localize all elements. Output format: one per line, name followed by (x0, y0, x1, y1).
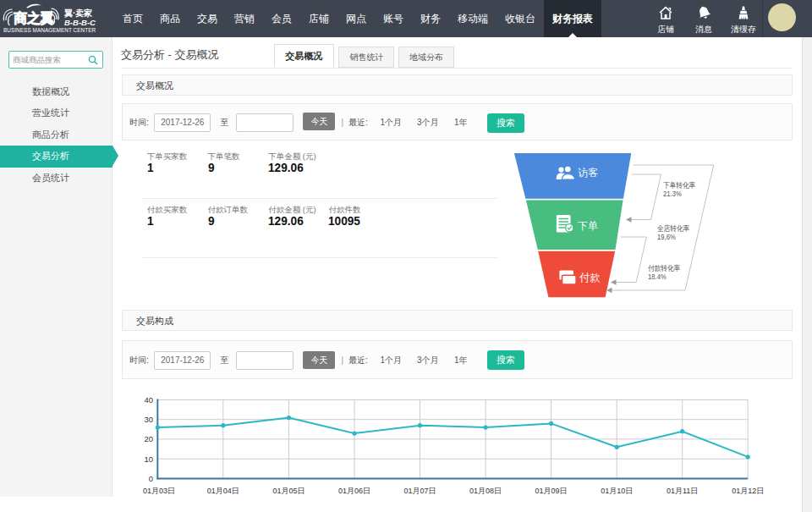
svg-text:01月04日: 01月04日 (207, 487, 239, 495)
svg-text:01月10日: 01月10日 (601, 487, 633, 495)
svg-text:01月08日: 01月08日 (469, 487, 502, 495)
svg-text:访客: 访客 (578, 167, 598, 179)
svg-text:翼·卖家: 翼·卖家 (63, 8, 92, 18)
svg-text:01月06日: 01月06日 (338, 487, 370, 495)
svg-text:01月12日: 01月12日 (732, 487, 764, 495)
svg-text:40: 40 (144, 395, 153, 405)
svg-text:下单: 下单 (578, 220, 598, 232)
svg-text:0: 0 (149, 474, 153, 483)
svg-text:01月09日: 01月09日 (535, 487, 568, 495)
svg-text:01月03日: 01月03日 (143, 487, 175, 495)
svg-text:20: 20 (144, 434, 153, 443)
svg-text:01月11日: 01月11日 (667, 487, 698, 495)
svg-text:B-B-B-C: B-B-B-C (64, 18, 96, 27)
svg-text:商之翼: 商之翼 (14, 10, 54, 25)
svg-text:付款: 付款 (579, 272, 600, 284)
svg-text:10: 10 (144, 454, 153, 464)
svg-text:01月07日: 01月07日 (403, 487, 436, 495)
svg-text:BUSINESS MANAGEMENT CENTER: BUSINESS MANAGEMENT CENTER (3, 27, 96, 33)
svg-text:01月05日: 01月05日 (272, 487, 304, 495)
svg-text:30: 30 (144, 415, 153, 424)
